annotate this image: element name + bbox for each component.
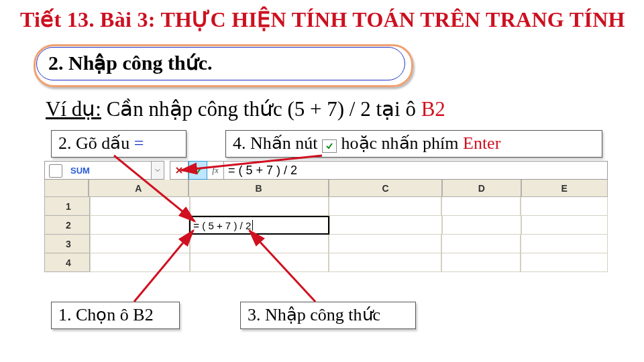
cell-A2[interactable]	[90, 216, 190, 235]
example-line: Ví dụ: Cần nhập công thức (5 + 7) / 2 tạ…	[46, 97, 445, 121]
cell-E4[interactable]	[521, 253, 608, 272]
cell-D4[interactable]	[441, 253, 521, 272]
col-header-B[interactable]: B	[189, 180, 329, 197]
section-heading: 2. Nhập công thức.	[48, 51, 213, 74]
spreadsheet-snippet: SUM fx = ( 5 + 7 ) / 2 A B C D E 1	[44, 161, 608, 272]
example-cellref: B2	[421, 97, 445, 121]
example-label: Ví dụ:	[46, 97, 101, 121]
row-header-3[interactable]: 3	[44, 235, 90, 253]
step2-text: Gõ dấu	[72, 133, 134, 153]
cell-D2[interactable]	[442, 216, 521, 235]
name-box[interactable]: SUM	[44, 161, 152, 180]
cell-A1[interactable]	[90, 197, 190, 216]
text-cursor	[252, 220, 253, 231]
table-row: 3	[44, 235, 608, 253]
table-row: 1	[44, 197, 608, 216]
cell-E2[interactable]	[521, 216, 608, 235]
formula-bar-row: SUM fx = ( 5 + 7 ) / 2	[44, 161, 608, 180]
step4-enter: Enter	[463, 133, 500, 153]
col-header-C[interactable]: C	[329, 180, 442, 197]
cell-D1[interactable]	[441, 197, 521, 216]
cell-B3[interactable]	[190, 235, 329, 253]
enter-check-icon-inline	[322, 139, 337, 153]
table-row: 4	[44, 253, 608, 272]
step4-tail-a: hoặc nhấn phím	[341, 133, 464, 153]
col-header-E[interactable]: E	[521, 180, 608, 197]
caption-step3: 3. Nhập công thức	[240, 302, 416, 329]
formula-bar-text: = ( 5 + 7 ) / 2	[228, 164, 297, 178]
step3-text: Nhập công thức	[261, 305, 381, 324]
cell-B4[interactable]	[190, 253, 329, 272]
enter-button[interactable]	[189, 161, 207, 180]
step2-num: 2.	[58, 133, 72, 153]
cell-A3[interactable]	[90, 235, 190, 253]
caption-step1: 1. Chọn ô B2	[51, 302, 180, 329]
cell-E3[interactable]	[521, 235, 608, 253]
cell-B2-value: = ( 5 + 7 ) / 2	[193, 220, 251, 231]
slide-title: Tiết 13. Bài 3: THỰC HIỆN TÍNH TOÁN TRÊN…	[20, 7, 625, 32]
sum-icon	[49, 164, 62, 178]
step1-text: Chọn ô B2	[72, 305, 154, 324]
cell-C4[interactable]	[329, 253, 441, 272]
table-row: 2 = ( 5 + 7 ) / 2	[44, 216, 608, 235]
step1-num: 1.	[58, 305, 72, 324]
step4-text: Nhấn nút	[246, 133, 323, 153]
step2-symbol: =	[134, 133, 144, 153]
column-header-row: A B C D E	[44, 180, 608, 197]
chevron-down-icon	[155, 168, 160, 173]
fx-label[interactable]: fx	[207, 161, 224, 180]
col-header-D[interactable]: D	[442, 180, 521, 197]
cell-D3[interactable]	[441, 235, 521, 253]
cell-B1[interactable]	[190, 197, 329, 216]
name-box-dropdown[interactable]	[152, 161, 164, 180]
cell-C3[interactable]	[329, 235, 441, 253]
step4-num: 4.	[233, 133, 246, 153]
col-header-A[interactable]: A	[89, 180, 189, 197]
cell-E1[interactable]	[521, 197, 608, 216]
formula-bar-input[interactable]: = ( 5 + 7 ) / 2	[224, 161, 608, 180]
cell-C1[interactable]	[329, 197, 441, 216]
step3-num: 3.	[248, 305, 261, 324]
cell-A4[interactable]	[90, 253, 190, 272]
enter-check-icon	[193, 166, 203, 175]
row-header-1[interactable]: 1	[44, 197, 90, 216]
caption-step4: 4. Nhấn nút hoặc nhấn phím Enter	[225, 130, 602, 158]
row-header-4[interactable]: 4	[44, 253, 90, 272]
select-all-corner[interactable]	[44, 180, 89, 197]
name-box-text: SUM	[70, 166, 90, 176]
fx-icon: fx	[212, 165, 218, 176]
caption-step2: 2. Gõ dấu =	[51, 130, 186, 158]
cancel-icon	[174, 166, 184, 175]
cell-B2[interactable]: = ( 5 + 7 ) / 2	[189, 216, 329, 235]
example-text: Cần nhập công thức (5 + 7) / 2 tại ô	[101, 97, 421, 121]
cancel-button[interactable]	[170, 161, 189, 180]
row-header-2[interactable]: 2	[44, 216, 90, 235]
cell-C2[interactable]	[329, 216, 442, 235]
